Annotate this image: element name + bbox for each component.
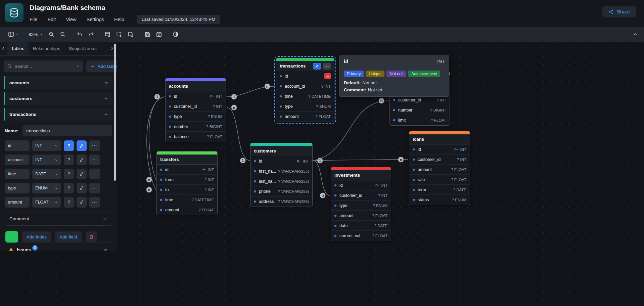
- table-field-row[interactable]: amount? FLOAT: [157, 205, 217, 215]
- field-type-select[interactable]: ENUM: [32, 183, 61, 193]
- menu-edit[interactable]: Edit: [47, 17, 56, 22]
- table-color-swatch[interactable]: [5, 231, 18, 243]
- field-name-input[interactable]: id: [5, 140, 30, 151]
- table-header[interactable]: customers: [250, 146, 312, 156]
- table-field-row[interactable]: phone? VARCHAR(255): [250, 186, 312, 196]
- diagram-table-loans[interactable]: loansidINTcustomer_id? INTamount? FLOATr…: [409, 131, 470, 205]
- field-type-select[interactable]: DATE...: [32, 169, 61, 179]
- field-name-input[interactable]: amount: [5, 197, 30, 208]
- search-input[interactable]: [14, 64, 74, 69]
- delete-field-button[interactable]: [324, 73, 331, 79]
- diagram-table-investments[interactable]: investmentsidINTcustomer_id? INTtype? EN…: [331, 167, 391, 241]
- table-field-row[interactable]: idINT: [157, 165, 217, 175]
- field-nullable-toggle[interactable]: ?: [64, 169, 74, 179]
- sidebar-item-customers[interactable]: customers: [4, 92, 113, 105]
- zoom-out-button[interactable]: [57, 29, 68, 40]
- field-name-input[interactable]: account_: [5, 155, 30, 165]
- diagram-table-transfers[interactable]: transfersidINTfrom? INTto? INTtime? DATE…: [156, 151, 218, 215]
- table-header[interactable]: loans: [409, 134, 470, 144]
- field-more-button[interactable]: ···: [89, 140, 100, 151]
- undo-button[interactable]: [74, 29, 85, 40]
- edit-table-button[interactable]: [313, 63, 321, 70]
- add-table-button[interactable]: [102, 29, 113, 40]
- table-field-row[interactable]: first_na...? VARCHAR(255): [250, 166, 312, 176]
- table-field-row[interactable]: number? BIGINT: [390, 105, 450, 115]
- table-field-row[interactable]: idINT: [250, 156, 312, 166]
- diagram-table-transactions[interactable]: transactions···idaccount_id? INTtime? DA…: [276, 58, 334, 122]
- table-field-row[interactable]: address? VARCHAR(255): [250, 196, 312, 207]
- field-primary-key-toggle[interactable]: [77, 183, 87, 193]
- share-button[interactable]: Share: [602, 6, 636, 17]
- table-field-row[interactable]: type? ENUM: [276, 101, 334, 112]
- add-note-button[interactable]: [125, 29, 136, 40]
- table-field-row[interactable]: from? INT: [157, 175, 217, 185]
- table-field-row[interactable]: balance? FLOAT: [166, 132, 226, 142]
- zoom-level-select[interactable]: 82%: [26, 32, 46, 37]
- table-field-row[interactable]: type? ENUM: [331, 201, 391, 211]
- field-primary-key-toggle[interactable]: [77, 140, 87, 151]
- field-nullable-toggle[interactable]: ?: [64, 197, 74, 208]
- chevron-down-icon[interactable]: [104, 80, 109, 85]
- table-field-row[interactable]: rate? FLOAT: [409, 175, 470, 185]
- table-field-row[interactable]: customer_id? INT: [331, 190, 391, 201]
- add-field-button[interactable]: Add field: [55, 231, 82, 242]
- table-field-row[interactable]: type? ENUM: [166, 112, 226, 122]
- field-more-button[interactable]: ···: [89, 155, 100, 165]
- table-field-row[interactable]: time? DATETIME: [157, 195, 217, 205]
- table-field-row[interactable]: amount? FLOAT: [409, 165, 470, 175]
- diagram-table-accounts[interactable]: accountsidINTcustomer_id? INTtype? ENUMn…: [165, 78, 226, 142]
- table-field-row[interactable]: number? BIGINT: [166, 122, 226, 132]
- table-header[interactable]: transactions···: [276, 61, 334, 71]
- menu-help[interactable]: Help: [114, 17, 124, 22]
- menu-file[interactable]: File: [30, 17, 37, 22]
- diagram-table-customers[interactable]: customersidINTfirst_na...? VARCHAR(255)l…: [250, 143, 313, 207]
- sidebar-item-transactions[interactable]: transactions: [4, 108, 113, 121]
- add-area-button[interactable]: [113, 29, 125, 40]
- table-field-row[interactable]: last_na...? VARCHAR(255): [250, 176, 312, 186]
- tab-tables[interactable]: Tables: [7, 42, 29, 55]
- table-field-row[interactable]: amount? FLOAT: [276, 112, 334, 122]
- table-field-row[interactable]: id: [276, 71, 334, 81]
- table-field-row[interactable]: time? DATETIME: [276, 91, 334, 101]
- field-type-select[interactable]: INT: [32, 140, 61, 151]
- field-name-input[interactable]: type: [5, 183, 30, 193]
- redo-button[interactable]: [85, 29, 97, 40]
- tab-subject-areas[interactable]: Subject areas: [64, 42, 97, 55]
- chevron-up-icon[interactable]: [104, 112, 109, 117]
- table-header[interactable]: accounts: [166, 81, 226, 91]
- field-more-button[interactable]: ···: [89, 183, 100, 193]
- field-primary-key-toggle[interactable]: [77, 155, 87, 165]
- table-header[interactable]: transfers: [157, 155, 217, 165]
- field-type-select[interactable]: FLOAT: [32, 197, 61, 208]
- table-name-input[interactable]: [22, 125, 112, 136]
- table-field-row[interactable]: current_val? FLOAT: [331, 231, 391, 241]
- chevron-down-icon[interactable]: [103, 247, 108, 251]
- field-nullable-toggle[interactable]: ?: [64, 140, 74, 151]
- comment-section[interactable]: Comment: [5, 212, 112, 226]
- tabs-scroll-left-icon[interactable]: [1, 46, 6, 51]
- table-field-row[interactable]: customer_id? INT: [166, 101, 226, 112]
- field-nullable-toggle[interactable]: ?: [64, 183, 74, 193]
- add-index-button[interactable]: Add index: [22, 231, 51, 242]
- table-header[interactable]: investments: [331, 170, 391, 180]
- table-field-row[interactable]: to? INT: [157, 185, 217, 195]
- table-field-row[interactable]: account_id? INT: [276, 81, 334, 91]
- table-field-row[interactable]: date? DATE: [331, 221, 391, 231]
- table-search[interactable]: [4, 60, 83, 72]
- field-more-button[interactable]: ···: [89, 169, 100, 179]
- collapse-header-button[interactable]: [633, 32, 638, 37]
- theme-contrast-button[interactable]: [170, 29, 181, 40]
- delete-table-button[interactable]: [86, 231, 97, 242]
- zoom-in-button[interactable]: [46, 29, 57, 40]
- field-name-input[interactable]: time: [5, 169, 30, 179]
- table-field-row[interactable]: idINT: [166, 91, 226, 101]
- tab-relationships[interactable]: Relationships: [29, 42, 64, 55]
- save-button[interactable]: [142, 29, 153, 40]
- field-type-select[interactable]: INT: [32, 155, 61, 165]
- field-primary-key-toggle[interactable]: [77, 169, 87, 179]
- table-field-row[interactable]: customer_id? INT: [409, 155, 470, 165]
- issues-bar[interactable]: Issues 0: [4, 243, 113, 251]
- table-field-row[interactable]: term? DATE: [409, 185, 470, 195]
- table-field-row[interactable]: idINT: [409, 144, 470, 155]
- menu-settings[interactable]: Settings: [87, 17, 104, 22]
